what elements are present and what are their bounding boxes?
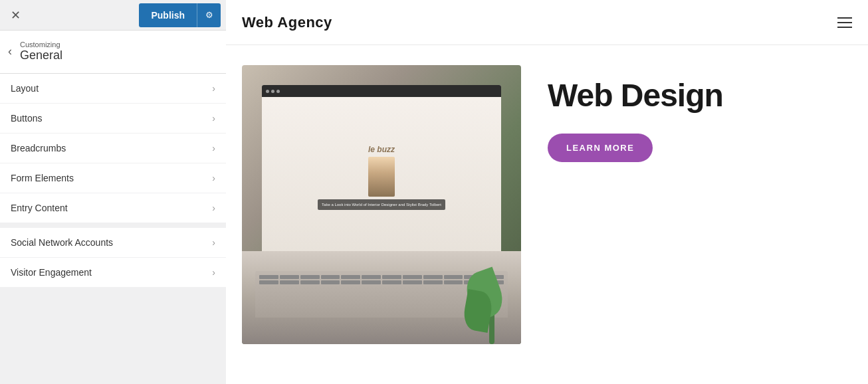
nav-dot (276, 90, 280, 93)
site-title: Web Agency (242, 14, 332, 31)
key (321, 280, 340, 284)
form-elements-label: Form Elements (11, 173, 74, 183)
buttons-label: Buttons (11, 113, 42, 124)
key (300, 280, 320, 284)
key (423, 280, 443, 284)
menu-group-1: Layout › Buttons › Breadcrumbs › Form El… (0, 74, 226, 223)
sidebar-item-buttons[interactable]: Buttons › (0, 104, 226, 134)
chevron-right-icon: › (212, 267, 215, 278)
sidebar-item-breadcrumbs[interactable]: Breadcrumbs › (0, 134, 226, 163)
layout-label: Layout (11, 83, 39, 94)
customizing-label: Customizing (20, 41, 62, 48)
screen-inner: le buzz Take a Look into World of Interi… (262, 85, 501, 258)
chevron-right-icon: › (212, 83, 215, 94)
laptop-image: le buzz Take a Look into World of Interi… (242, 65, 521, 344)
screen-person-image (368, 157, 395, 197)
key (362, 280, 381, 284)
key (341, 275, 360, 279)
back-button[interactable]: ‹ (8, 45, 12, 57)
hamburger-line (837, 22, 852, 23)
screen-nav-bar (262, 85, 501, 97)
breadcrumbs-label: Breadcrumbs (11, 143, 66, 153)
key (403, 280, 422, 284)
key (403, 275, 422, 279)
key (321, 275, 340, 279)
close-button[interactable]: ✕ (5, 5, 25, 25)
nav-dot (271, 90, 274, 93)
panel-content: Layout › Buttons › Breadcrumbs › Form El… (0, 74, 226, 384)
key (362, 275, 381, 279)
visitor-engagement-label: Visitor Engagement (11, 267, 92, 278)
hamburger-menu[interactable] (837, 17, 852, 28)
site-header: Web Agency (226, 0, 868, 45)
sidebar-item-layout[interactable]: Layout › (0, 74, 226, 104)
key (423, 275, 443, 279)
hero-text-area: Web Design LEARN MORE (548, 65, 852, 384)
publish-area: Publish ⚙ (139, 3, 221, 27)
gear-icon: ⚙ (205, 10, 213, 20)
key (382, 280, 401, 284)
social-network-accounts-label: Social Network Accounts (11, 237, 113, 248)
key (300, 275, 320, 279)
entry-content-label: Entry Content (11, 203, 68, 213)
chevron-right-icon: › (212, 173, 215, 183)
section-title: General (20, 48, 62, 62)
publish-gear-button[interactable]: ⚙ (197, 3, 221, 27)
key (341, 280, 360, 284)
key (280, 275, 299, 279)
screen-text: Take a Look into World of Interior Desig… (318, 199, 445, 210)
key (280, 280, 299, 284)
chevron-right-icon: › (212, 113, 215, 124)
plant-decoration (448, 264, 514, 344)
sidebar-item-social-network-accounts[interactable]: Social Network Accounts › (0, 228, 226, 258)
menu-group-2: Social Network Accounts › Visitor Engage… (0, 228, 226, 287)
main-content: le buzz Take a Look into World of Interi… (226, 45, 868, 384)
preview-panel: Web Agency le buzz Take (226, 0, 868, 384)
key (259, 280, 278, 284)
laptop-screen: le buzz Take a Look into World of Interi… (262, 85, 501, 258)
back-header: ‹ Customizing General (0, 31, 226, 74)
customizer-panel: ✕ Publish ⚙ ‹ Customizing General Layout… (0, 0, 226, 384)
hamburger-line (837, 17, 852, 19)
screen-logo: le buzz (368, 145, 395, 154)
section-header: Customizing General (20, 41, 62, 62)
web-design-heading: Web Design (548, 78, 852, 114)
hamburger-line (837, 27, 852, 28)
sidebar-item-form-elements[interactable]: Form Elements › (0, 163, 226, 193)
key (259, 275, 278, 279)
sidebar-item-visitor-engagement[interactable]: Visitor Engagement › (0, 258, 226, 287)
screen-content: le buzz Take a Look into World of Interi… (262, 97, 501, 258)
chevron-right-icon: › (212, 143, 215, 153)
nav-dot (266, 90, 269, 93)
sidebar-item-entry-content[interactable]: Entry Content › (0, 193, 226, 223)
chevron-right-icon: › (212, 237, 215, 248)
top-bar: ✕ Publish ⚙ (0, 0, 226, 31)
key (382, 275, 401, 279)
learn-more-button[interactable]: LEARN MORE (548, 134, 653, 162)
publish-button[interactable]: Publish (139, 3, 197, 27)
chevron-right-icon: › (212, 203, 215, 213)
